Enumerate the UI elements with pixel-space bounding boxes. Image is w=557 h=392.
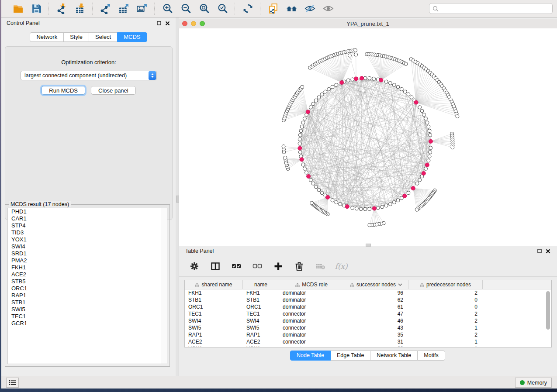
table-row[interactable]: YOX1YOX1connector291 (185, 345, 551, 347)
result-list-item[interactable]: SWI4 (8, 243, 167, 250)
table-scrollbar[interactable] (546, 290, 550, 346)
maximize-window-icon[interactable] (200, 21, 205, 26)
deselect-all-button[interactable] (252, 261, 263, 272)
table-row[interactable]: RAP1RAP1dominator352 (185, 331, 551, 338)
result-list-item[interactable]: RAP1 (8, 292, 167, 299)
table-row[interactable]: ACE2ACE2connector311 (185, 338, 551, 345)
network-graph[interactable] (179, 28, 557, 246)
result-list-item[interactable]: ORC1 (8, 285, 167, 292)
result-list-item[interactable]: SRD1 (8, 250, 167, 257)
memory-button[interactable]: Memory (515, 378, 552, 388)
result-list-item[interactable]: FKH1 (8, 264, 167, 271)
table-row[interactable]: SWI4SWI4dominator462 (185, 317, 551, 324)
show-columns-button[interactable] (210, 261, 221, 272)
settings-icon (189, 261, 200, 272)
table-cell: ORC1 (243, 304, 279, 310)
result-list-item[interactable]: STB5 (8, 278, 167, 285)
hide-selected-button[interactable] (304, 3, 316, 15)
column-header-name[interactable]: name (243, 280, 279, 289)
node-table-header: shared namenameMCDS rolesuccessor nodesp… (185, 280, 551, 289)
run-mcds-button[interactable]: Run MCDS (42, 86, 85, 95)
result-list-item[interactable]: GCR1 (8, 320, 167, 327)
tab-select[interactable]: Select (89, 32, 118, 42)
result-list-item[interactable]: CAR1 (8, 215, 167, 222)
clone-network-button[interactable] (267, 3, 279, 15)
result-list-item[interactable]: SWI5 (8, 306, 167, 313)
table-panel-title: Table Panel (185, 248, 214, 254)
vertical-splitter[interactable] (176, 17, 179, 376)
zoom-in-button[interactable] (161, 3, 173, 15)
zoom-selected-button[interactable] (216, 3, 228, 15)
tab-network[interactable]: Network (30, 32, 64, 42)
column-header-successor-nodes[interactable]: successor nodes (344, 280, 408, 289)
tab-node-table[interactable]: Node Table (290, 351, 331, 361)
network-canvas[interactable] (179, 28, 557, 246)
table-cell: STB1 (243, 297, 279, 303)
criterion-select[interactable]: largest connected component (undirected) (21, 71, 157, 80)
close-panel-button[interactable]: Close panel (91, 86, 136, 95)
table-tabbar: Node TableEdge TableNetwork TableMotifs (290, 351, 445, 361)
search-box[interactable] (429, 3, 553, 14)
open-file-button[interactable] (12, 3, 24, 15)
export-image-button[interactable] (136, 3, 148, 15)
import-network-button[interactable] (55, 3, 68, 15)
result-list-item[interactable]: PHD1 (8, 208, 167, 215)
tab-network-table[interactable]: Network Table (370, 351, 418, 361)
export-table-button[interactable] (118, 3, 130, 15)
result-list-item[interactable]: TID3 (8, 229, 167, 236)
clone-network-icon (268, 3, 279, 14)
export-network-icon (100, 3, 111, 14)
table-cell: connector (279, 346, 344, 347)
tab-style[interactable]: Style (63, 32, 89, 42)
close-window-icon[interactable] (182, 21, 187, 26)
result-list-item[interactable]: YOX1 (8, 236, 167, 243)
export-network-button[interactable] (99, 3, 111, 15)
column-header-shared-name[interactable]: shared name (185, 280, 243, 289)
table-row[interactable]: ORC1ORC1dominator610 (185, 303, 551, 310)
table-row[interactable]: TEC1TEC1connector472 (185, 310, 551, 317)
import-table-button[interactable] (74, 3, 86, 15)
import-table-icon (75, 3, 86, 14)
task-history-button[interactable] (6, 378, 19, 388)
save-session-button[interactable] (30, 3, 42, 15)
horizontal-splitter-grip[interactable] (366, 244, 371, 247)
table-toolbar: f(x) (179, 256, 557, 277)
search-input[interactable] (439, 5, 549, 12)
table-cell: SWI4 (185, 318, 243, 324)
first-neighbors-button[interactable] (285, 3, 298, 15)
table-cell: 61 (344, 304, 408, 310)
memory-status-icon (520, 380, 525, 385)
result-list-item[interactable]: TEC1 (8, 313, 167, 320)
float-table-panel-icon[interactable] (536, 248, 542, 254)
network-titlebar[interactable]: YPA_prune.txt_1 (179, 19, 557, 29)
result-list-item[interactable]: STB1 (8, 299, 167, 306)
close-panel-icon[interactable] (165, 21, 170, 26)
select-all-button[interactable] (231, 261, 242, 272)
tab-motifs[interactable]: Motifs (417, 351, 445, 361)
save-session-icon (31, 3, 42, 14)
result-list-item[interactable]: ACE2 (8, 271, 167, 278)
table-row[interactable]: STB1STB1dominator620 (185, 296, 551, 303)
add-button[interactable] (273, 261, 284, 272)
result-list-item[interactable]: PMA2 (8, 257, 167, 264)
minimize-window-icon[interactable] (191, 21, 196, 26)
show-all-button[interactable] (322, 3, 334, 15)
table-row[interactable]: SWI5SWI5connector431 (185, 324, 551, 331)
column-header-MCDS-role[interactable]: MCDS role (279, 280, 344, 289)
column-header-predecessor-nodes[interactable]: predecessor nodes (408, 280, 483, 289)
tab-mcds[interactable]: MCDS (117, 32, 147, 42)
mcds-result-list[interactable]: PHD1CAR1STP4TID3YOX1SWI4SRD1PMA2FKH1ACE2… (7, 208, 167, 364)
result-list-item[interactable]: STP4 (8, 222, 167, 229)
settings-button[interactable] (189, 261, 200, 272)
zoom-out-button[interactable] (180, 3, 192, 15)
result-scrollbar[interactable] (161, 208, 167, 364)
table-row[interactable]: FKH1FKH1dominator962 (185, 289, 551, 296)
close-table-panel-icon[interactable] (545, 248, 551, 254)
table-cell: SWI5 (243, 325, 279, 331)
apply-layout-button[interactable] (242, 3, 254, 15)
delete-button[interactable] (294, 261, 305, 272)
zoom-fit-button[interactable] (198, 3, 210, 15)
float-panel-icon[interactable] (156, 21, 162, 26)
table-scrollbar-thumb[interactable] (546, 291, 550, 330)
tab-edge-table[interactable]: Edge Table (330, 351, 370, 361)
